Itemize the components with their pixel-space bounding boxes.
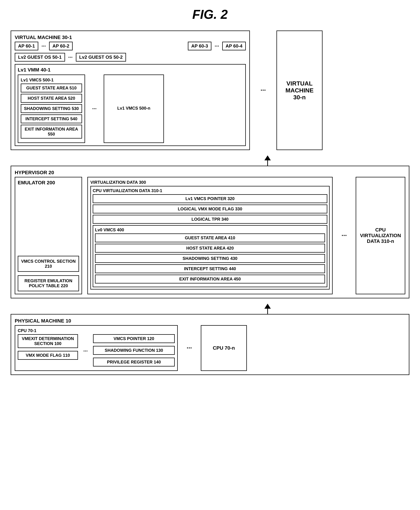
cpu70-n-label: CPU 70-n — [213, 345, 235, 351]
lv0-vmcs-label: Lv0 VMCS 400 — [95, 227, 325, 232]
diagram: VIRTUAL MACHINE 30-1 AP 60-1 ··· AP 60-2… — [11, 31, 409, 375]
guest-os-50-2: Lv2 GUEST OS 50-2 — [76, 53, 126, 62]
dots-2: ··· — [213, 43, 220, 49]
dots-3: ··· — [67, 54, 74, 60]
lv1-vmcs-500-1-label: Lv1 VMCS 500-1 — [21, 77, 82, 83]
vm30-1-box: VIRTUAL MACHINE 30-1 AP 60-1 ··· AP 60-2… — [11, 31, 250, 150]
vmx-mode-box: VMX MODE FLAG 110 — [18, 351, 78, 360]
cpu70-n-box: CPU 70-n — [201, 325, 247, 371]
cpu-virt-310-1-label: CPU VIRTUALIZATION DATA 310-1 — [93, 188, 327, 193]
guest-state-410: GUEST STATE AREA 410 — [95, 233, 325, 242]
arrow-head-up-1 — [264, 155, 271, 160]
lv0-vmcs-box: Lv0 VMCS 400 GUEST STATE AREA 410 HOST S… — [93, 225, 327, 287]
vm-row: VIRTUAL MACHINE 30-1 AP 60-1 ··· AP 60-2… — [11, 31, 409, 150]
dots-virt-data: ··· — [338, 232, 350, 239]
dots-vm-between: ··· — [257, 86, 269, 94]
emulator-col: EMULATOR 200 VMCS CONTROL SECTION 210 RE… — [15, 177, 82, 294]
hypervisor-label: HYPERVISOR 20 — [15, 170, 405, 175]
arrow-head-up-2 — [264, 304, 271, 309]
privilege-140: PRIVILEGE REGISTER 140 — [93, 358, 175, 366]
shadowing-130: SHADOWING FUNCTION 130 — [93, 346, 175, 355]
shadowing-430: SHADOWING SETTING 430 — [95, 254, 325, 263]
hypervisor-row: EMULATOR 200 VMCS CONTROL SECTION 210 RE… — [15, 177, 405, 294]
logical-vmx-box: LOGICAL VMX MODE FLAG 330 — [93, 205, 327, 213]
host-state-420: HOST STATE AREA 420 — [95, 244, 325, 253]
dots-1: ··· — [40, 43, 47, 49]
lv1-vmm-box: Lv1 VMM 40-1 Lv1 VMCS 500-1 GUEST STATE … — [15, 64, 246, 146]
cpu70-inner-row: VMEXIT DETERMINATION SECTION 100 VMX MOD… — [18, 334, 175, 368]
ap60-4-box: AP 60-4 — [222, 42, 246, 50]
lv1-vmcs-500-n-box: Lv1 VMCS 500-n — [104, 75, 164, 143]
page-title: FIG. 2 — [192, 7, 228, 22]
lv1-vmcs-ptr-box: Lv1 VMCS POINTER 320 — [93, 194, 327, 203]
guest-os-50-1: Lv2 GUEST OS 50-1 — [15, 53, 65, 62]
vm30-n-label: VIRTUAL MACHINE 30-n — [281, 80, 318, 101]
arrow-vm-to-hyp — [11, 155, 409, 166]
reg-emul-box: REGISTER EMULATION POLICY TABLE 220 — [18, 275, 79, 291]
arrow-line-1 — [267, 160, 268, 166]
ap60-2-box: AP 60-2 — [49, 42, 73, 50]
logical-tpr-box: LOGICAL TPR 340 — [93, 215, 327, 224]
exit-info-550: EXIT INFORMATION AREA 550 — [21, 125, 82, 139]
cpu70-right-col: VMCS POINTER 120 SHADOWING FUNCTION 130 … — [93, 334, 175, 368]
lv1-vmm-label: Lv1 VMM 40-1 — [18, 67, 243, 73]
cpu70-1-label: CPU 70-1 — [18, 328, 175, 333]
hypervisor-section: HYPERVISOR 20 EMULATOR 200 VMCS CONTROL … — [11, 166, 409, 298]
lv1-vmcs-500-n-label: Lv1 VMCS 500-n — [117, 106, 150, 111]
emulator-label: EMULATOR 200 — [18, 180, 79, 185]
shadowing-530: SHADOWING SETTING 530 — [21, 104, 82, 113]
intercept-440: INTERCEPT SETTING 440 — [95, 264, 325, 273]
vmcs-row: Lv1 VMCS 500-1 GUEST STATE AREA 510 HOST… — [18, 75, 243, 143]
dots-cpu70: ··· — [82, 334, 90, 368]
vmcs-control-box: VMCS CONTROL SECTION 210 — [18, 256, 79, 272]
guest-os-row: Lv2 GUEST OS 50-1 ··· Lv2 GUEST OS 50-2 — [15, 53, 246, 62]
physical-section: PHYSICAL MACHINE 10 CPU 70-1 VMEXIT DETE… — [11, 314, 409, 375]
ap60-1-box: AP 60-1 — [15, 42, 38, 50]
cpu70-1-box: CPU 70-1 VMEXIT DETERMINATION SECTION 10… — [15, 325, 178, 371]
vm30-1-label: VIRTUAL MACHINE 30-1 — [15, 35, 246, 40]
virt-data-col: VIRTUALIZATION DATA 300 CPU VIRTUALIZATI… — [87, 177, 333, 294]
intercept-540: INTERCEPT SETTING 540 — [21, 114, 82, 123]
ap-row-1: AP 60-1 ··· AP 60-2 AP 60-3 ··· AP 60-4 — [15, 42, 246, 50]
arrow-line-2 — [267, 309, 268, 314]
arrow-hyp-to-phys — [11, 304, 409, 314]
guest-state-510: GUEST STATE AREA 510 — [21, 84, 82, 93]
cpu-virt-310-n-label: CPU VIRTUALIZATION DATA 310-n — [359, 227, 402, 244]
exit-info-450: EXIT INFORMATION AREA 450 — [95, 275, 325, 284]
ap60-3-box: AP 60-3 — [188, 42, 211, 50]
lv1-vmcs-500-1-box: Lv1 VMCS 500-1 GUEST STATE AREA 510 HOST… — [18, 75, 85, 143]
dots-cpu-between: ··· — [183, 344, 195, 352]
virt-data-label: VIRTUALIZATION DATA 300 — [90, 180, 330, 185]
vmexit-box: VMEXIT DETERMINATION SECTION 100 — [18, 334, 78, 348]
cpu-virt-310-n-box: CPU VIRTUALIZATION DATA 310-n — [356, 177, 405, 294]
cpu70-left-col: VMEXIT DETERMINATION SECTION 100 VMX MOD… — [18, 334, 78, 368]
physical-row: CPU 70-1 VMEXIT DETERMINATION SECTION 10… — [15, 325, 405, 371]
vm30-n-box: VIRTUAL MACHINE 30-n — [277, 31, 322, 150]
vmcs-dots: ··· — [90, 75, 98, 143]
vmcs-ptr-120: VMCS POINTER 120 — [93, 334, 175, 343]
physical-label: PHYSICAL MACHINE 10 — [15, 318, 405, 324]
host-state-520: HOST STATE AREA 520 — [21, 94, 82, 103]
cpu-virt-310-1-box: CPU VIRTUALIZATION DATA 310-1 Lv1 VMCS P… — [90, 186, 330, 289]
